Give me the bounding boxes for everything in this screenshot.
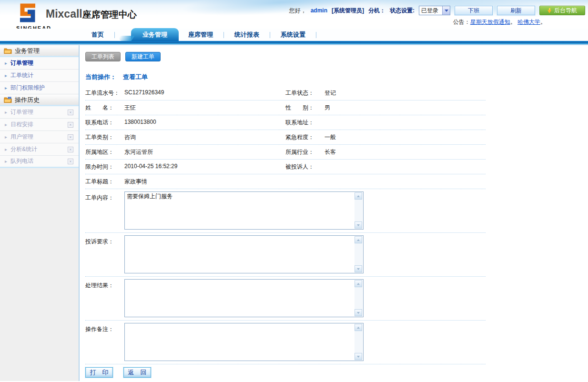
app-title-en: Mixcall <box>46 8 82 20</box>
field-label: 性 别： <box>285 104 324 112</box>
current-operation-value: 查看工单 <box>123 73 148 81</box>
new-ticket-button[interactable]: 新建工单 <box>125 52 161 61</box>
nav-separator <box>223 32 224 38</box>
scrollbar[interactable] <box>355 324 363 360</box>
backstage-nav-button[interactable]: 后台导航 <box>539 6 585 15</box>
nav-tab-agent[interactable]: 座席管理 <box>182 28 220 41</box>
user-role: [系统管理员] <box>332 7 364 15</box>
field-label: 限办时间： <box>85 163 124 171</box>
app-title-zh: 座席管理中心 <box>82 10 137 20</box>
field-label: 被投诉人： <box>285 163 324 171</box>
history-item-analysis-stats[interactable]: ▸ 分析&统计 × <box>0 143 79 156</box>
deadline-value: 2010-04-25 16:52:29 <box>124 163 177 171</box>
complaint-request-textarea[interactable] <box>124 235 364 273</box>
arrow-bullet-icon: ▸ <box>5 85 7 90</box>
nav-tab-reports[interactable]: 统计报表 <box>228 28 266 41</box>
off-duty-button[interactable]: 下班 <box>455 6 493 15</box>
greeting-text: 您好， <box>289 7 306 15</box>
scroll-down-icon[interactable] <box>355 353 362 360</box>
announcement-period: 。 <box>510 19 516 25</box>
close-icon[interactable]: × <box>68 159 73 164</box>
history-item-label: 分析&统计 <box>10 145 37 153</box>
nav-separator <box>270 32 270 38</box>
ticket-content-textarea[interactable]: 需要保姆上门服务 <box>124 191 364 230</box>
close-icon[interactable]: × <box>68 110 73 115</box>
field-label: 联系地址： <box>285 119 324 127</box>
back-button[interactable]: 返 回 <box>123 367 151 378</box>
announcement-period: 。 <box>540 19 546 25</box>
close-icon[interactable]: × <box>68 134 73 140</box>
form-row-handling-result: 处理结果： <box>85 277 486 321</box>
history-item-schedule[interactable]: ▸ 日程安排 × <box>0 119 79 131</box>
announcement-link-harvard[interactable]: 哈佛大学 <box>517 19 540 25</box>
ticket-list-button[interactable]: 工单列表 <box>85 52 121 61</box>
history-item-order-management[interactable]: ▸ 订单管理 × <box>0 106 79 119</box>
nav-tab-settings[interactable]: 系统设置 <box>274 28 312 41</box>
refresh-button[interactable]: 刷新 <box>497 6 535 15</box>
form-row-complaint-request: 投诉要求： <box>85 233 486 277</box>
bottom-actions: 打 印 返 回 <box>85 367 486 378</box>
urgency-value: 一般 <box>324 133 336 141</box>
field-label: 投诉要求： <box>85 235 124 273</box>
sidebar-item-dept-permissions[interactable]: ▸ 部门权限维护 <box>0 82 79 94</box>
scrollbar[interactable] <box>355 280 363 316</box>
ticket-form: 工单流水号：SC1271926349 工单状态：登记 姓 名：王怔 性 别：男 … <box>85 86 486 378</box>
sidebar-item-ticket-stats[interactable]: ▸ 工单统计 <box>0 70 79 82</box>
sidebar-section-title: 业务管理 <box>15 47 40 55</box>
status-select[interactable]: 已登录 <box>419 6 450 15</box>
announcement-link-holiday[interactable]: 星期天放假通知 <box>470 19 510 25</box>
form-row-category-urgency: 工单类别：咨询 紧急程度：一般 <box>85 130 486 145</box>
nav-bottom-bar <box>0 41 588 45</box>
history-item-label: 队列电话 <box>10 157 33 165</box>
nav-tab-business[interactable]: 业务管理 <box>131 28 179 41</box>
scroll-down-icon[interactable] <box>355 309 362 316</box>
field-label: 联系电话： <box>85 119 124 127</box>
category-value: 咨询 <box>124 133 136 141</box>
form-row-region-industry: 所属地区：东河运管所 所属行业：长客 <box>85 145 486 160</box>
sidebar-item-label: 工单统计 <box>10 71 33 80</box>
dropdown-arrow-icon[interactable] <box>442 6 450 15</box>
region-value: 东河运管所 <box>124 148 153 156</box>
nav-separator <box>316 32 316 38</box>
form-row-serial-status: 工单流水号：SC1271926349 工单状态：登记 <box>85 86 486 101</box>
field-label: 工单内容： <box>85 191 124 230</box>
scroll-down-icon[interactable] <box>355 265 362 272</box>
main-content: 工单列表 新建工单 当前操作： 查看工单 工单流水号：SC1271926349 … <box>80 45 588 381</box>
history-item-user-management[interactable]: ▸ 用户管理 × <box>0 131 79 143</box>
field-label: 姓 名： <box>85 104 124 112</box>
form-row-name-gender: 姓 名：王怔 性 别：男 <box>85 101 486 115</box>
singhead-logo-icon <box>16 3 39 23</box>
history-item-queue-calls[interactable]: ▸ 队列电话 × <box>0 156 79 168</box>
operation-notes-textarea[interactable] <box>124 323 364 361</box>
form-row-content: 工单内容： 需要保姆上门服务 <box>85 189 486 233</box>
scroll-up-icon[interactable] <box>355 324 362 331</box>
announcement-label: 公告： <box>453 19 470 25</box>
form-row-deadline-complainee: 限办时间：2010-04-25 16:52:29 被投诉人： <box>85 160 486 174</box>
scroll-up-icon[interactable] <box>355 280 362 287</box>
sidebar-item-label: 部门权限维护 <box>10 84 45 92</box>
scrollbar[interactable] <box>355 236 363 272</box>
history-item-label: 用户管理 <box>10 133 33 141</box>
username: admin <box>311 7 327 14</box>
arrow-bullet-icon: ▸ <box>5 110 7 115</box>
handling-result-textarea[interactable] <box>124 279 364 317</box>
nav-tab-home[interactable]: 首页 <box>85 28 111 41</box>
sidebar-item-order-management[interactable]: ▸ 订单管理 <box>0 57 79 70</box>
scroll-up-icon[interactable] <box>355 236 362 243</box>
print-button[interactable]: 打 印 <box>85 367 113 378</box>
brand-name: SINGHEAD <box>16 25 73 29</box>
form-row-operation-notes: 操作备注： <box>85 321 486 364</box>
announcement-bar: 公告：星期天放假通知。 哈佛大学。 <box>453 18 546 26</box>
scroll-up-icon[interactable] <box>355 192 362 200</box>
scroll-down-icon[interactable] <box>355 221 362 229</box>
current-operation: 当前操作： 查看工单 <box>85 73 588 81</box>
field-label: 所属地区： <box>85 148 124 156</box>
sidebar-section-business: 业务管理 <box>0 45 79 57</box>
scrollbar[interactable] <box>355 192 363 229</box>
close-icon[interactable]: × <box>68 122 73 128</box>
extension-label: 分机： <box>368 7 385 15</box>
close-icon[interactable]: × <box>68 147 73 152</box>
form-row-title: 工单标题：家政事情 <box>85 174 486 189</box>
status-setting-label: 状态设置: <box>390 7 415 15</box>
field-label: 工单状态： <box>285 89 324 97</box>
